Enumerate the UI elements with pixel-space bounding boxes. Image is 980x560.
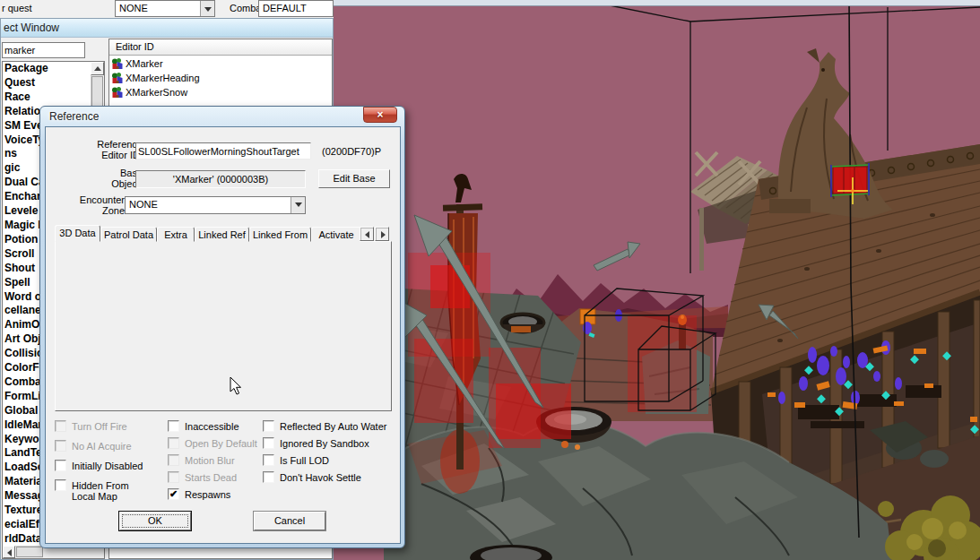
checkbox-label: Turn Off Fire xyxy=(72,421,127,432)
checkbox-item[interactable]: ✔Respawns xyxy=(168,488,266,500)
checkbox[interactable] xyxy=(263,454,274,466)
encounter-zone-label: Encounter Zone xyxy=(60,194,125,216)
checkbox-label: Hidden From Local Map xyxy=(72,480,129,502)
ok-button[interactable]: OK xyxy=(119,512,191,530)
checkbox-label: Don't Havok Settle xyxy=(280,472,361,483)
creation-kit-screen: { "toolbar": { "quest_label": "r quest",… xyxy=(0,0,980,560)
checkbox[interactable] xyxy=(263,437,274,449)
category-item[interactable]: Package xyxy=(3,62,91,76)
checkbox-item[interactable]: Starts Dead xyxy=(168,471,266,483)
quest-label: r quest xyxy=(2,3,32,13)
tab-panel xyxy=(55,241,392,411)
checkbox[interactable] xyxy=(55,479,66,491)
marker-icon xyxy=(111,87,124,99)
editor-id-column-header[interactable]: Editor ID xyxy=(109,39,332,56)
tab[interactable]: 3D Data xyxy=(55,225,100,242)
render-viewport[interactable] xyxy=(334,0,980,560)
checkbox-column-3: Reflected By Auto WaterIgnored By Sandbo… xyxy=(263,420,397,488)
checkbox-label: Respawns xyxy=(185,489,230,500)
marker-icon xyxy=(111,58,124,70)
encounter-zone-dropdown[interactable]: NONE xyxy=(125,196,306,214)
tab[interactable]: Extra xyxy=(157,227,195,242)
checkbox-column-2: InaccessibleOpen By DefaultMotion BlurSt… xyxy=(168,420,266,505)
category-item[interactable]: Race xyxy=(3,90,91,105)
checkbox-item[interactable]: Is Full LOD xyxy=(263,454,397,466)
marker-icon xyxy=(111,73,124,84)
checkbox-label: No AI Acquire xyxy=(72,441,132,452)
editor-id-row[interactable]: XMarkerSnow xyxy=(109,85,332,99)
checkbox-label: Open By Default xyxy=(185,438,257,449)
editor-id-row[interactable]: XMarker xyxy=(109,56,332,71)
checkbox-label: Starts Dead xyxy=(185,472,237,483)
checkbox[interactable] xyxy=(168,437,179,449)
checkbox-item[interactable]: Inaccessible xyxy=(168,420,266,432)
reference-dialog: Reference × Reference Editor ID: (0200DF… xyxy=(39,106,405,548)
tab-scroll-right-icon[interactable] xyxy=(375,227,389,241)
tab[interactable]: Activate xyxy=(311,227,360,242)
checkbox-item[interactable]: Reflected By Auto Water xyxy=(263,420,397,432)
checkbox-item[interactable]: Ignored By Sandbox xyxy=(263,437,397,449)
checkbox-item[interactable]: No AI Acquire xyxy=(55,440,169,452)
checkbox[interactable]: ✔ xyxy=(168,488,179,500)
checkbox-item[interactable]: Turn Off Fire xyxy=(55,420,169,432)
checkbox[interactable] xyxy=(55,420,66,432)
editor-id-label: XMarker xyxy=(126,58,163,69)
tab[interactable]: Patrol Data xyxy=(100,227,157,242)
checkbox-label: Reflected By Auto Water xyxy=(280,421,386,432)
filter-input[interactable] xyxy=(2,42,85,58)
checkbox-item[interactable]: Don't Havok Settle xyxy=(263,471,397,483)
reference-dialog-title: Reference xyxy=(49,110,99,123)
combat-style-dropdown[interactable]: DEFAULT xyxy=(258,0,334,17)
checkbox-label: Inaccessible xyxy=(185,421,239,432)
form-id-label: (0200DF70)P xyxy=(322,146,381,157)
encounter-zone-value: NONE xyxy=(129,199,158,210)
scroll-up-icon[interactable] xyxy=(91,62,104,75)
editor-id-label: XMarkerSnow xyxy=(126,87,187,98)
checkbox[interactable] xyxy=(263,471,274,483)
window-chrome-strip xyxy=(334,0,980,5)
checkbox-item[interactable]: Hidden From Local Map xyxy=(55,479,169,502)
cancel-button[interactable]: Cancel xyxy=(254,512,325,530)
reference-editor-id-label: Reference Editor ID: xyxy=(65,139,143,160)
checkbox-item[interactable]: Motion Blur xyxy=(168,454,266,466)
hscrollbar-thumb[interactable] xyxy=(16,547,43,557)
checkbox-item[interactable]: Initially Disabled xyxy=(55,460,169,471)
background-dialog-strip: r quest NONE Combat Style DEFAULT xyxy=(0,0,334,18)
reference-editor-id-input[interactable] xyxy=(135,142,311,159)
scroll-left-icon[interactable] xyxy=(3,546,15,558)
checkbox-column-1: Turn Off FireNo AI AcquireInitially Disa… xyxy=(55,420,169,510)
mouse-cursor xyxy=(230,376,243,396)
tab[interactable]: Linked Ref xyxy=(195,227,249,242)
quest-dropdown[interactable]: NONE xyxy=(115,0,215,17)
editor-id-row[interactable]: XMarkerHeading xyxy=(109,71,332,85)
checkbox[interactable] xyxy=(168,471,179,483)
base-object-value: 'XMarker' (0000003B) xyxy=(135,170,306,188)
quest-dropdown-value: NONE xyxy=(119,3,148,13)
checkbox[interactable] xyxy=(55,440,66,452)
base-object-label: Base Object: xyxy=(65,168,143,189)
combat-style-value: DEFAULT xyxy=(263,3,307,13)
tab-scroll-left-icon[interactable] xyxy=(360,227,374,241)
tab-strip: 3D DataPatrol DataExtraLinked RefLinked … xyxy=(55,225,360,242)
checkbox-label: Initially Disabled xyxy=(72,461,143,471)
checkbox[interactable] xyxy=(168,454,179,466)
close-icon[interactable]: × xyxy=(363,107,397,123)
object-window-titlebar[interactable]: ect Window xyxy=(1,19,333,38)
checkbox-label: Motion Blur xyxy=(185,455,235,466)
checkbox-label: Is Full LOD xyxy=(280,455,329,466)
dropdown-arrow-icon[interactable] xyxy=(200,1,214,16)
checkbox[interactable] xyxy=(263,420,274,432)
dropdown-arrow-icon[interactable] xyxy=(291,197,305,213)
checkbox-item[interactable]: Open By Default xyxy=(168,437,266,449)
edit-base-button[interactable]: Edit Base xyxy=(318,169,390,188)
checkbox[interactable] xyxy=(55,460,66,471)
checkbox[interactable] xyxy=(168,420,179,432)
category-item[interactable]: Quest xyxy=(3,76,91,90)
editor-id-list: XMarker XMarkerHeading XMarkerSnow xyxy=(109,56,332,99)
checkbox-label: Ignored By Sandbox xyxy=(280,438,369,449)
object-window-title: ect Window xyxy=(4,22,59,34)
tab[interactable]: Linked From xyxy=(249,227,311,242)
editor-id-label: XMarkerHeading xyxy=(126,73,200,83)
